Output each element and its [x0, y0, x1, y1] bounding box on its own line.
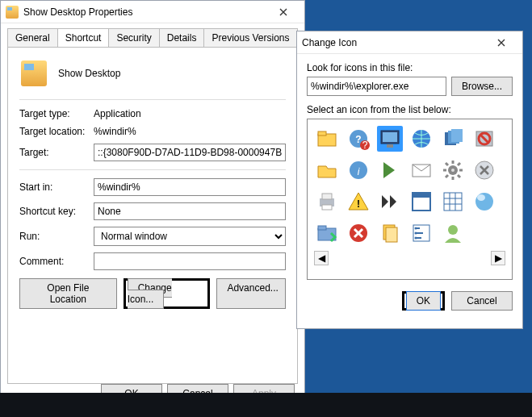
icon-folder-open[interactable] [314, 157, 340, 183]
icon-stack[interactable] [440, 126, 466, 152]
svg-point-38 [415, 237, 417, 240]
ok-button[interactable]: OK [406, 291, 441, 311]
dialog-title: Change Icon [302, 37, 485, 48]
icon-gear[interactable] [440, 157, 466, 183]
icon-user[interactable] [440, 220, 466, 246]
svg-point-36 [415, 227, 417, 230]
icon-no-entry[interactable] [471, 126, 497, 152]
close-icon[interactable] [485, 34, 517, 52]
highlight-ok: OK [402, 291, 445, 311]
tab-panel: Show Desktop Target type:Application Tar… [7, 47, 298, 384]
target-location-value: %windir% [94, 126, 286, 137]
target-location-label: Target location: [19, 126, 94, 137]
shortcut-file-icon [6, 6, 19, 19]
target-label: Target: [19, 147, 94, 158]
target-input[interactable] [94, 144, 286, 161]
tabstrip: General Shortcut Security Details Previo… [1, 23, 304, 47]
icon-folder2[interactable] [314, 220, 340, 246]
tab-shortcut[interactable]: Shortcut [57, 28, 110, 47]
icon-info[interactable]: i [346, 157, 371, 183]
svg-point-29 [477, 194, 485, 201]
heading: Show Desktop [58, 68, 120, 79]
icon-list[interactable]: ??i! ◀ ▶ [307, 119, 513, 280]
svg-text:!: ! [357, 198, 360, 210]
svg-point-28 [475, 193, 493, 211]
icon-help[interactable]: ?? [346, 126, 371, 152]
icon-fast-forward[interactable] [377, 189, 403, 215]
comment-label: Comment: [19, 256, 94, 267]
scroll-left-icon[interactable]: ◀ [314, 251, 329, 265]
startin-label: Start in: [19, 181, 94, 193]
run-label: Run: [19, 231, 94, 242]
tab-general[interactable]: General [7, 28, 58, 47]
icon-monitor[interactable] [377, 126, 403, 152]
svg-text:?: ? [362, 140, 368, 150]
path-input[interactable] [307, 77, 446, 96]
run-select[interactable]: Normal window [94, 227, 286, 246]
svg-rect-1 [318, 131, 326, 136]
icon-docs[interactable] [377, 220, 403, 246]
svg-rect-34 [386, 227, 397, 242]
look-label: Look for icons in this file: [307, 62, 513, 73]
icon-printer[interactable] [314, 189, 340, 215]
svg-rect-27 [444, 193, 462, 211]
taskbar[interactable] [0, 393, 532, 417]
icon-orb[interactable] [471, 189, 497, 215]
titlebar: Show Desktop Properties [1, 1, 304, 23]
svg-text:i: i [358, 166, 360, 177]
open-file-location-button[interactable]: Open File Location [19, 278, 117, 309]
scroll-right-icon[interactable]: ▶ [491, 251, 505, 265]
icon-error-x[interactable] [471, 157, 497, 183]
tab-previous-versions[interactable]: Previous Versions [203, 28, 297, 47]
titlebar: Change Icon [297, 31, 522, 54]
svg-rect-26 [413, 193, 430, 198]
advanced-button[interactable]: Advanced... [216, 278, 286, 309]
icon-red-x[interactable] [346, 220, 371, 246]
icon-folder[interactable] [314, 126, 340, 152]
select-label: Select an icon from the list below: [307, 104, 513, 115]
icon-warning[interactable]: ! [346, 189, 371, 215]
properties-dialog: Show Desktop Properties General Shortcut… [0, 0, 305, 412]
change-icon-button[interactable]: Change Icon... [128, 278, 172, 309]
svg-point-19 [451, 169, 455, 172]
svg-point-39 [448, 225, 458, 235]
svg-rect-12 [451, 129, 463, 142]
cancel-button[interactable]: Cancel [451, 291, 513, 311]
highlight-change-icon: Change Icon... [124, 278, 211, 309]
startin-input[interactable] [94, 178, 286, 196]
comment-input[interactable] [94, 252, 286, 270]
target-type-label: Target type: [19, 108, 94, 119]
icon-wireframe[interactable] [440, 189, 466, 215]
tab-details[interactable]: Details [159, 28, 205, 47]
svg-point-37 [415, 232, 417, 235]
browse-button[interactable]: Browse... [451, 77, 513, 96]
svg-rect-31 [318, 226, 326, 230]
svg-rect-23 [322, 205, 332, 210]
target-type-value: Application [94, 108, 286, 119]
change-icon-dialog: Change Icon Look for icons in this file:… [296, 31, 523, 329]
icon-mail[interactable] [408, 157, 434, 183]
app-icon [21, 60, 47, 86]
icon-border[interactable] [408, 189, 434, 215]
close-icon[interactable] [267, 3, 300, 21]
icon-tree[interactable] [408, 220, 434, 246]
icon-globe[interactable] [408, 126, 434, 152]
svg-rect-22 [322, 194, 332, 199]
svg-rect-8 [387, 144, 393, 148]
shortcutkey-input[interactable] [94, 202, 286, 220]
svg-rect-7 [383, 132, 397, 142]
icon-next[interactable] [377, 157, 403, 183]
shortcutkey-label: Shortcut key: [19, 206, 94, 217]
tab-security[interactable]: Security [108, 28, 159, 47]
dialog-title: Show Desktop Properties [23, 6, 267, 18]
